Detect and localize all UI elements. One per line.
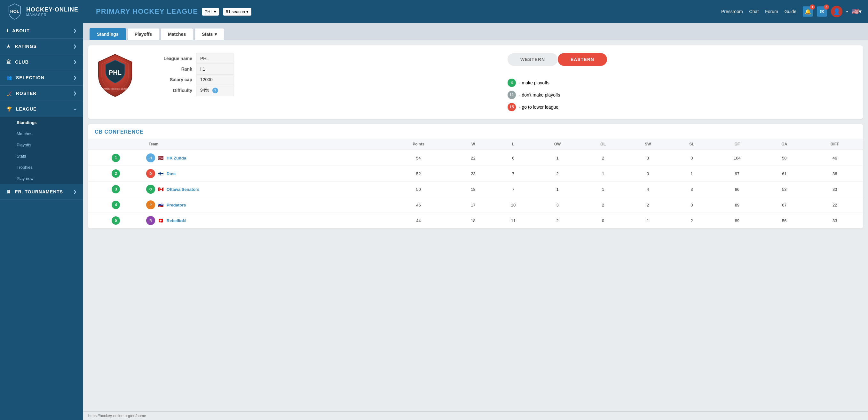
table-row: 2 D 🇫🇮 Dust 52 23 7 2 1 0 1 97 61 36 xyxy=(88,166,863,182)
sidebar-item-label: RATINGS xyxy=(15,44,37,49)
tab-playoffs[interactable]: Playoffs xyxy=(127,28,159,40)
league-name-value: PHL xyxy=(196,53,233,64)
chevron-right-icon: ❯ xyxy=(73,91,77,96)
difficulty-value: 94% ? xyxy=(196,85,233,96)
table-row: 3 O 🇨🇦 Ottawa Senators 50 18 7 1 1 4 3 8… xyxy=(88,182,863,197)
table-row: Salary cap 12000 xyxy=(144,74,234,85)
avatar[interactable]: 👤 xyxy=(831,6,842,17)
diff-cell: 33 xyxy=(807,213,863,229)
league-info-card: PHL PRIMARY HOCKEY LEAGUE League name PH… xyxy=(88,45,863,119)
league-info-table: League name PHL Rank I.1 Salary cap 1200… xyxy=(144,53,234,96)
nav-guide[interactable]: Guide xyxy=(784,9,796,14)
ol-cell: 2 xyxy=(582,197,624,213)
team-name[interactable]: Dust xyxy=(167,171,176,176)
sidebar-item-league[interactable]: 🏆 LEAGUE ⌄ xyxy=(0,101,83,117)
sidebar-item-selection[interactable]: 👥 SELECTION ❯ xyxy=(0,70,83,86)
sidebar: ℹ ABOUT ❯ ★ RATINGS ❯ 🏛 CLUB ❯ 👥 SELECTI… xyxy=(0,23,83,420)
playoff-text-make: - make playoffs xyxy=(519,80,550,85)
sidebar-subitem-stats[interactable]: Stats xyxy=(0,151,83,162)
league-header: PRIMARY HOCKEY LEAGUE PHL ▾ 51 season ▾ xyxy=(90,7,721,16)
standings-section: CB CONFERENCE Team Points W L OW OL SW S xyxy=(88,124,863,229)
table-row: 4 P 🇷🇺 Predators 46 17 10 3 2 2 0 89 67 … xyxy=(88,197,863,213)
status-bar: https://hockey-online.org/en/home xyxy=(83,411,868,420)
salary-cap-value: 12000 xyxy=(196,74,233,85)
nav-chat[interactable]: Chat xyxy=(749,9,759,14)
sidebar-subitem-trophies[interactable]: Trophies xyxy=(0,162,83,173)
points-cell: 44 xyxy=(384,213,453,229)
l-cell: 7 xyxy=(493,182,533,197)
tab-stats[interactable]: Stats ▾ xyxy=(194,28,224,40)
w-cell: 22 xyxy=(453,150,493,166)
gf-cell: 86 xyxy=(712,182,762,197)
chevron-right-icon: ❯ xyxy=(73,44,77,49)
l-cell: 6 xyxy=(493,150,533,166)
playoff-badge-make: 4 xyxy=(507,78,516,87)
league-logo-image: PHL PRIMARY HOCKEY LEAGUE xyxy=(96,53,134,98)
notification-bell-button[interactable]: 🔔 1 xyxy=(803,6,813,17)
notification-badge-2: 8 xyxy=(824,4,829,9)
playoff-row-3: 15 - go to lower league xyxy=(507,103,560,111)
language-flag-button[interactable]: 🇺🇸▾ xyxy=(852,8,862,15)
building-icon: 🏛 xyxy=(6,60,11,65)
sidebar-item-fr-tournaments[interactable]: 🖥 FR. TOURNAMENTS ❯ xyxy=(0,184,83,200)
col-rank xyxy=(88,139,144,150)
ol-cell: 1 xyxy=(582,166,624,182)
sidebar-subitem-matches[interactable]: Matches xyxy=(0,128,83,139)
league-selector[interactable]: PHL ▾ xyxy=(202,8,219,16)
team-name[interactable]: HK Zunda xyxy=(167,156,186,160)
team-cell: O 🇨🇦 Ottawa Senators xyxy=(144,182,384,197)
team-name[interactable]: RebellioN xyxy=(167,218,186,223)
sidebar-subitem-playnow[interactable]: Play now xyxy=(0,173,83,184)
col-gf: GF xyxy=(712,139,762,150)
tab-matches[interactable]: Matches xyxy=(160,28,193,40)
sw-cell: 2 xyxy=(625,197,671,213)
team-cell: D 🇫🇮 Dust xyxy=(144,166,384,182)
trophy-icon: 🏆 xyxy=(6,106,12,111)
tabs-bar: Standings Playoffs Matches Stats ▾ xyxy=(83,23,868,40)
eastern-conference-button[interactable]: EASTERN xyxy=(558,53,607,66)
col-ga: GA xyxy=(762,139,807,150)
col-sl: SL xyxy=(671,139,712,150)
sidebar-item-about[interactable]: ℹ ABOUT ❯ xyxy=(0,23,83,39)
playoff-row-2: 11 - don't make playoffs xyxy=(507,91,560,99)
app-subtitle: MANAGER xyxy=(26,13,79,17)
table-row: League name PHL xyxy=(144,53,234,64)
team-name[interactable]: Ottawa Senators xyxy=(167,187,199,192)
col-team: Team xyxy=(144,139,384,150)
team-name[interactable]: Predators xyxy=(167,203,186,207)
ga-cell: 56 xyxy=(762,213,807,229)
svg-text:PHL: PHL xyxy=(109,69,122,76)
standings-table: Team Points W L OW OL SW SL GF GA DIFF xyxy=(88,139,863,229)
table-row: 1 H 🇱🇻 HK Zunda 54 22 6 1 2 3 0 104 58 4… xyxy=(88,150,863,166)
topbar: HOL HOCKEY-ONLINE MANAGER PRIMARY HOCKEY… xyxy=(0,0,868,23)
playoff-badge-miss: 11 xyxy=(507,91,516,99)
team-cell: H 🇱🇻 HK Zunda xyxy=(144,150,384,166)
points-cell: 54 xyxy=(384,150,453,166)
help-icon[interactable]: ? xyxy=(212,88,218,93)
sidebar-item-roster[interactable]: 🏒 ROSTER ❯ xyxy=(0,86,83,101)
message-button[interactable]: ✉ 8 xyxy=(817,6,827,17)
team-flag: 🇱🇻 xyxy=(158,156,164,160)
tab-standings[interactable]: Standings xyxy=(90,28,126,40)
svg-text:HOL: HOL xyxy=(10,9,19,14)
table-row: 5 R 🇨🇭 RebellioN 44 18 11 2 0 1 2 89 56 … xyxy=(88,213,863,229)
diff-cell: 22 xyxy=(807,197,863,213)
ol-cell: 0 xyxy=(582,213,624,229)
w-cell: 23 xyxy=(453,166,493,182)
sidebar-item-label: ABOUT xyxy=(12,28,30,33)
sidebar-subitem-standings[interactable]: Standings xyxy=(0,117,83,128)
notification-badge-1: 1 xyxy=(810,4,815,9)
logo-area: HOL HOCKEY-ONLINE MANAGER xyxy=(6,3,90,20)
sidebar-item-ratings[interactable]: ★ RATINGS ❯ xyxy=(0,39,83,54)
sidebar-item-club[interactable]: 🏛 CLUB ❯ xyxy=(0,54,83,70)
col-w: W xyxy=(453,139,493,150)
nav-pressroom[interactable]: Pressroom xyxy=(721,9,743,14)
nav-forum[interactable]: Forum xyxy=(765,9,778,14)
table-row: Rank I.1 xyxy=(144,64,234,74)
points-cell: 52 xyxy=(384,166,453,182)
sidebar-subitem-playoffs[interactable]: Playoffs xyxy=(0,139,83,151)
ol-cell: 1 xyxy=(582,182,624,197)
league-submenu: Standings Matches Playoffs Stats Trophie… xyxy=(0,117,83,184)
season-selector[interactable]: 51 season ▾ xyxy=(223,8,251,16)
western-conference-button[interactable]: WESTERN xyxy=(507,53,558,66)
